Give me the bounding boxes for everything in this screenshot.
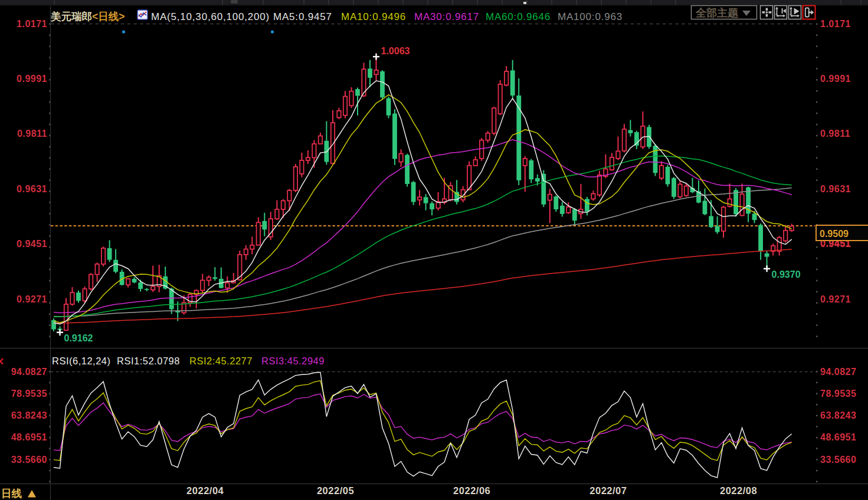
svg-text:0.9631: 0.9631 [17,184,47,194]
svg-text:1.0171: 1.0171 [17,19,47,29]
svg-text:0.9991: 0.9991 [820,74,851,84]
svg-text:MA60:0.9646: MA60:0.9646 [486,11,551,22]
svg-text:0.9271: 0.9271 [17,294,47,304]
svg-text:0.9991: 0.9991 [17,74,47,84]
svg-text:MA5:0.9457: MA5:0.9457 [273,11,332,22]
svg-text:2022/07: 2022/07 [589,485,627,496]
svg-text:33.5660: 33.5660 [11,455,47,465]
svg-text:48.6951: 48.6951 [820,432,856,442]
svg-text:78.9535: 78.9535 [11,389,47,399]
svg-text:日线: 日线 [1,488,22,499]
svg-text:63.8243: 63.8243 [820,410,856,420]
svg-text:✕: ✕ [0,356,4,367]
svg-text:MA30:0.9617: MA30:0.9617 [414,11,479,22]
svg-text:RSI(6,12,24): RSI(6,12,24) [52,356,111,366]
svg-text:RSI1:52.0798: RSI1:52.0798 [117,356,180,366]
svg-text:0.9370: 0.9370 [772,269,801,279]
svg-text:0.9811: 0.9811 [820,129,850,139]
svg-text:78.9535: 78.9535 [820,389,856,399]
svg-text:MA10:0.9496: MA10:0.9496 [341,11,406,22]
svg-text:1.0063: 1.0063 [381,46,410,56]
svg-text:33.5660: 33.5660 [820,455,856,465]
svg-text:2022/08: 2022/08 [720,485,757,496]
svg-text:美元瑞郎<日线>: 美元瑞郎<日线> [50,11,125,22]
svg-text:0.9271: 0.9271 [820,294,851,304]
svg-text:94.0827: 94.0827 [11,367,47,377]
svg-text:94.0827: 94.0827 [820,367,856,377]
svg-text:0.9162: 0.9162 [64,333,93,343]
svg-text:0.9811: 0.9811 [17,129,47,139]
svg-text:48.6951: 48.6951 [11,432,47,442]
svg-text:RSI3:45.2949: RSI3:45.2949 [261,356,325,366]
svg-text:2022/06: 2022/06 [453,485,490,496]
svg-text:MA(5,10,30,60,100,200): MA(5,10,30,60,100,200) [151,11,270,22]
svg-text:0.9509: 0.9509 [820,229,849,239]
svg-text:RSI2:45.2277: RSI2:45.2277 [189,356,253,366]
svg-text:63.8243: 63.8243 [11,410,47,420]
svg-text:0.9631: 0.9631 [820,184,851,194]
svg-text:1.0171: 1.0171 [820,19,851,29]
svg-text:MA100:0.963: MA100:0.963 [558,11,623,22]
svg-text:2022/05: 2022/05 [317,485,354,496]
svg-text:2022/04: 2022/04 [186,485,224,496]
svg-text:0.9451: 0.9451 [17,239,47,249]
svg-text:全部主题: 全部主题 [695,7,739,19]
